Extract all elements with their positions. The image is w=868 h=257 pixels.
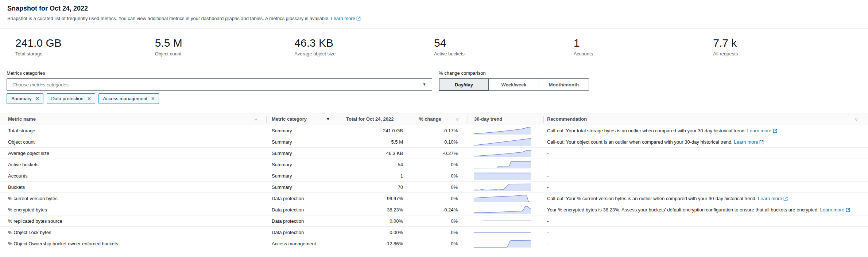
table-row: % encrypted bytes Data protection 38.23%… [0,204,868,215]
recommendation-cell: - [543,217,868,226]
table-row: % Object Ownership bucket owner enforced… [0,238,868,249]
total-value-cell: 46.3 KB [342,149,415,158]
total-value-cell: 99.97% [342,194,415,203]
stat-value: 7.7 k [713,36,853,50]
metric-name-cell: % Object Lock bytes [0,228,266,237]
stat-label: Average object size [294,51,434,57]
recommendation-cell: Call-out: Your object count is an outlie… [543,137,868,147]
segment-day-day[interactable]: Day/day [439,78,489,91]
percent-change-cell: 0% [415,217,468,226]
total-value-cell: 5.5 M [342,137,415,147]
column-header-recommendation[interactable]: Recommendation ▽ [543,113,868,125]
table-row: Buckets Summary 70 0% - [0,182,868,193]
metric-category-cell: Data protection [266,217,342,226]
learn-more-link[interactable]: Learn more [758,196,788,201]
stat-accounts: 1 Accounts [574,36,713,57]
external-link-icon [759,140,764,144]
tag-remove-icon[interactable]: ✕ [151,96,155,101]
trend-sparkline [468,227,543,238]
tag-label: Access management [103,96,147,101]
filter-applied-icon[interactable]: ▼ [326,117,330,121]
recommendation-cell: - [543,171,868,180]
table-row: Accounts Summary 1 0% - [0,170,868,182]
table-row: % replicated bytes source Data protectio… [0,215,868,227]
page-description: Snapshot is a curated list of frequently… [7,16,861,22]
glossary-learn-more-link[interactable]: Learn more [331,16,360,21]
percent-change-cell: -0.27% [415,149,468,158]
stat-value: 5.5 M [155,36,295,50]
trend-sparkline [468,170,543,181]
recommendation-cell: Your % encrypted bytes is 38.23%. Assess… [543,205,868,214]
filter-icon[interactable]: ▽ [855,117,858,121]
metric-category-cell: Summary [266,126,342,135]
external-link-icon [783,196,788,201]
stat-label: Object count [155,51,295,57]
table-row: Average object size Summary 46.3 KB -0.2… [0,148,868,159]
trend-sparkline [468,148,543,159]
learn-more-link[interactable]: Learn more [820,207,850,213]
metric-category-cell: Summary [266,171,342,180]
metric-category-cell: Summary [266,137,342,147]
table-row: Object count Summary 5.5 M 0.10% Call-ou… [0,136,868,148]
trend-sparkline [468,136,543,147]
percent-change-cell: -0.17% [415,126,468,135]
segment-month-month[interactable]: Month/month [539,78,589,91]
percent-change-cell: 0% [415,228,468,237]
metric-category-cell: Summary [266,160,342,169]
table-row: Total storage Summary 241.0 GB -0.17% Ca… [0,125,868,136]
summary-stats: 241.0 GB Total storage 5.5 M Object coun… [0,29,868,65]
tag-label: Data protection [51,96,84,101]
table-header-row: Metric name ▽ Metric category ▼ Total fo… [0,113,868,125]
tag-remove-icon[interactable]: ✕ [35,96,39,101]
filter-icon[interactable]: ▽ [456,117,459,121]
metric-category-cell: Summary [266,183,342,192]
tag-label: Summary [11,96,32,101]
recommendation-cell: - [543,160,868,169]
tag-remove-icon[interactable]: ✕ [87,96,91,101]
filter-icon[interactable]: ▽ [255,117,257,121]
metric-name-cell: Accounts [0,171,266,180]
column-header-percent-change[interactable]: % change ▽ [415,113,468,125]
stat-label: Active buckets [434,51,574,57]
total-value-cell: 38.23% [342,205,415,214]
stat-all-requests: 7.7 k All requests [713,36,853,57]
learn-more-link[interactable]: Learn more [734,139,764,145]
trend-sparkline [468,204,543,215]
stat-object-count: 5.5 M Object count [155,36,295,57]
stat-value: 46.3 KB [294,36,434,50]
trend-sparkline [468,125,543,136]
total-value-cell: 54 [342,160,415,169]
column-header-metric-category[interactable]: Metric category ▼ [266,113,342,125]
tag-data-protection: Data protection ✕ [47,93,95,104]
recommendation-cell: - [543,183,868,192]
metrics-categories-select[interactable]: Choose metrics categories ▼ [7,78,432,91]
chevron-down-icon[interactable]: ▼ [422,82,426,86]
table-row: Active buckets Summary 54 0% - [0,159,868,170]
trend-sparkline [468,215,543,226]
recommendation-cell: Call-out: Your total storage bytes is an… [543,126,868,135]
total-value-cell: 0.00% [342,228,415,237]
metric-name-cell: % current version bytes [0,194,266,203]
metric-name-cell: % replicated bytes source [0,217,266,226]
metric-category-cell: Summary [266,149,342,158]
percent-change-cell: 0.10% [415,137,468,147]
metric-name-cell: % Object Ownership bucket owner enforced… [0,239,266,248]
column-header-30-day-trend: 30-day trend [468,113,543,125]
metric-name-cell: Total storage [0,126,266,135]
percent-change-cell: 0% [415,171,468,180]
column-header-metric-name[interactable]: Metric name ▽ [0,113,266,125]
external-link-icon [773,129,777,133]
metric-name-cell: Average object size [0,149,266,158]
segment-week-week[interactable]: Week/week [489,78,539,91]
stat-total-storage: 241.0 GB Total storage [15,36,155,57]
total-value-cell: 12.86% [342,239,415,248]
percent-change-cell: 0% [415,160,468,169]
learn-more-link[interactable]: Learn more [747,128,777,133]
change-comparison-segmented-control: Day/day Week/week Month/month [439,78,589,91]
stat-label: Accounts [574,51,713,57]
stat-average-object-size: 46.3 KB Average object size [294,36,434,57]
filters-bar: Metrics categories Choose metrics catego… [0,65,868,104]
column-header-total[interactable]: Total for Oct 24, 2022 [342,113,415,125]
trend-sparkline [468,182,543,192]
recommendation-cell: - [543,149,868,158]
